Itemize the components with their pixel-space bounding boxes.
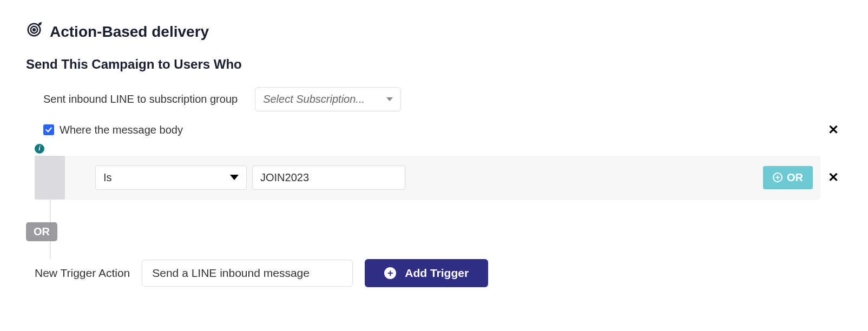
info-icon-row: i — [35, 143, 842, 154]
condition-operator-select[interactable]: Is — [95, 166, 247, 190]
svg-point-2 — [33, 29, 35, 31]
new-trigger-label: New Trigger Action — [35, 267, 130, 280]
checkbox-checked-icon — [43, 124, 54, 135]
subscription-select-placeholder: Select Subscription... — [263, 93, 365, 105]
remove-condition-button[interactable]: ✕ — [825, 170, 842, 185]
message-body-checkbox-wrap[interactable]: Where the message body — [43, 124, 183, 136]
plus-circle-icon: + — [773, 173, 782, 182]
condition-gutter — [35, 156, 65, 200]
condition-value-input[interactable] — [252, 166, 405, 190]
condition-body: Is + OR — [65, 156, 820, 200]
trigger-connector: OR — [43, 200, 842, 259]
target-icon — [26, 22, 42, 42]
page-title-text: Action-Based delivery — [50, 23, 209, 41]
add-trigger-button-label: Add Trigger — [405, 267, 469, 280]
trigger-definition-row: Sent inbound LINE to subscription group … — [43, 87, 842, 111]
message-body-checkbox-label: Where the message body — [60, 124, 183, 136]
new-trigger-action-value: Send a LINE inbound message — [152, 267, 310, 280]
or-connector-badge: OR — [26, 222, 57, 241]
info-icon[interactable]: i — [35, 144, 44, 154]
trigger-label: Sent inbound LINE to subscription group — [43, 93, 238, 105]
remove-trigger-button[interactable]: ✕ — [825, 122, 842, 137]
plus-circle-icon: + — [384, 267, 396, 279]
add-trigger-button[interactable]: + Add Trigger — [365, 259, 488, 287]
add-or-condition-button[interactable]: + OR — [763, 166, 813, 189]
new-trigger-row: New Trigger Action Send a LINE inbound m… — [35, 259, 842, 287]
condition-operator-value: Is — [103, 171, 112, 184]
new-trigger-action-select[interactable]: Send a LINE inbound message — [142, 260, 353, 287]
condition-block: Is + OR ✕ — [35, 156, 842, 200]
section-heading: Send This Campaign to Users Who — [26, 57, 842, 72]
chevron-down-icon — [230, 175, 239, 180]
message-body-filter-row: Where the message body ✕ — [43, 122, 842, 137]
or-button-label: OR — [787, 171, 803, 184]
page-title: Action-Based delivery — [26, 22, 842, 42]
chevron-down-icon — [386, 97, 393, 101]
subscription-select[interactable]: Select Subscription... — [255, 87, 401, 111]
